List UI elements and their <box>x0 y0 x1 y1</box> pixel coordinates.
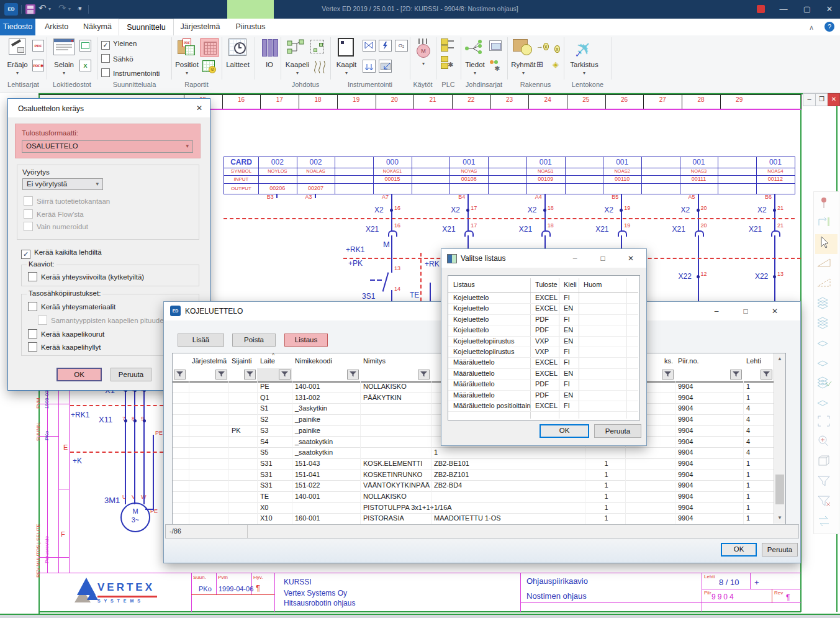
valitse-cancel-button[interactable]: Peruuta <box>594 424 641 438</box>
osa-close-icon[interactable]: ✕ <box>194 102 205 114</box>
osa-check-kaapelikourut[interactable]: Kerää kaapelikourut <box>28 329 104 339</box>
terminal-label: X21 <box>366 225 379 234</box>
valitse-ok-button[interactable]: OK <box>540 424 589 438</box>
osa-check-kaapelihyllyt[interactable]: Kerää kaapelihyllyt <box>28 342 101 352</box>
filter-remove-icon[interactable] <box>815 493 838 512</box>
select-cursor-icon[interactable] <box>815 234 838 254</box>
table-row[interactable]: TE140-001NOLLAKISKO199041 <box>173 491 774 503</box>
schematic-label: TE <box>410 291 419 299</box>
table-row[interactable]: S31151-041KOSKETINRUNKOZB2-BZ101199041 <box>173 470 774 481</box>
valitse-cell: VXP <box>535 336 558 347</box>
scroll-down-icon[interactable]: ▼ <box>775 514 785 522</box>
osa-vyorytys-combo[interactable]: Ei vyörytystä▾ <box>22 178 103 190</box>
drawing-element <box>292 513 292 524</box>
filter-funnel-icon[interactable] <box>347 370 359 379</box>
valitse-cell: FI <box>564 401 578 411</box>
osa-format-combo[interactable]: OSALUETTELO▾ <box>22 140 193 153</box>
drawing-restore-button[interactable]: ❐ <box>815 93 828 106</box>
osa-check-yhteysviivoilta[interactable]: Kerää yhteysviivoilta (kytketyiltä) <box>28 272 144 281</box>
valitse-column-header[interactable]: Tuloste <box>535 281 558 289</box>
scroll-thumb[interactable] <box>775 475 784 504</box>
valitse-table[interactable]: ListausTulosteKieliHuomKojeluetteloEXCEL… <box>448 275 640 420</box>
column-header-Nimitys[interactable]: Nimitys <box>363 357 429 366</box>
filter-funnel-icon[interactable] <box>244 370 256 379</box>
filter-funnel-icon[interactable] <box>279 370 291 379</box>
column-header-Järjestelmä[interactable]: Järjestelmä <box>192 357 227 366</box>
valitse-close-icon[interactable]: ✕ <box>621 252 640 265</box>
pin-icon[interactable] <box>815 194 838 214</box>
valitse-cell: PDF <box>535 325 558 335</box>
wire <box>391 235 392 273</box>
filter-funnel-icon[interactable] <box>662 370 674 379</box>
layers-icon[interactable] <box>815 294 838 314</box>
table-row[interactable]: S31151-043KOSK.ELEMENTTIZB2-BE101199041 <box>173 458 774 470</box>
zoom-in-icon[interactable] <box>815 433 838 453</box>
measure-triangle-icon[interactable] <box>815 254 838 274</box>
filter-funnel-icon[interactable] <box>730 370 742 379</box>
osa-cancel-button[interactable]: Peruuta <box>111 368 151 381</box>
drawing-element <box>360 437 361 448</box>
layers-check-icon[interactable] <box>815 373 838 393</box>
filter-funnel-icon[interactable] <box>174 370 186 379</box>
filter-funnel-icon[interactable] <box>215 370 227 379</box>
valitse-minimize-icon[interactable]: – <box>566 252 584 265</box>
drawing-element <box>189 425 189 437</box>
plc-pin-label: B3 <box>267 194 274 200</box>
layer-single-icon[interactable] <box>815 393 838 413</box>
valitse-column-header[interactable]: Huom <box>584 281 625 289</box>
scroll-up-icon[interactable]: ▲ <box>775 355 785 363</box>
koje-minimize-icon[interactable]: – <box>707 305 726 317</box>
drawing-minimize-button[interactable]: – <box>803 93 816 106</box>
column-header-Lehti[interactable]: Lehti <box>746 357 772 366</box>
list-item[interactable]: MääräluetteloEXCELEN <box>448 368 638 379</box>
table-row[interactable]: X0PISTOTULPPA 3x1+1+1/16A199041 <box>173 502 774 514</box>
osa-ok-button[interactable]: OK <box>56 368 102 381</box>
list-item[interactable]: MääräluetteloPDFFI <box>448 379 638 390</box>
koje-close-icon[interactable]: ✕ <box>765 305 784 317</box>
koje-ok-button[interactable]: OK <box>721 543 757 557</box>
list-item[interactable]: KojeluetteloPDFFI <box>448 314 638 325</box>
filter-icon[interactable] <box>815 473 838 493</box>
osa-check-yhteysmateriaalit[interactable]: Kerää yhteysmateriaalit <box>28 302 115 311</box>
drawing-close-button[interactable]: ✕ <box>828 93 840 106</box>
list-item[interactable]: KojeluettelopiirustusVXPEN <box>448 336 638 347</box>
filter-funnel-icon[interactable] <box>761 370 772 379</box>
plc-cell: 00110 <box>603 175 642 184</box>
measure-triangle-dashed-icon[interactable] <box>815 274 838 294</box>
valitse-maximize-icon[interactable]: □ <box>594 252 612 265</box>
list-item[interactable]: Määräluettelo positioittainEXCELFI <box>448 401 638 412</box>
koje-poista-button[interactable]: Poista <box>232 334 276 347</box>
list-item[interactable]: KojeluetteloEXCELEN <box>448 303 638 314</box>
vertical-scrollbar[interactable]: ▲▼ <box>774 353 785 524</box>
osa-check-kaikilta-lehdilta[interactable]: ✓Kerää kaikilta lehdiltä <box>21 248 102 259</box>
table-row[interactable]: S31151-022VÄÄNTÖKYTKINPÄÄZB2-BD4199041 <box>173 480 774 492</box>
list-item[interactable]: MääräluetteloPDFEN <box>448 390 638 401</box>
list-item[interactable]: KojeluetteloPDFEN <box>448 325 638 336</box>
column-header-Laite[interactable]: Laite <box>260 357 290 366</box>
table-row[interactable]: S5_saatokytkin199044 <box>173 447 774 459</box>
swap-arrows-icon[interactable] <box>815 512 838 532</box>
koje-listaus-button[interactable]: Listaus <box>284 334 328 347</box>
valitse-cell: EN <box>564 303 578 314</box>
column-header-Sijainti[interactable]: Sijainti <box>232 357 255 366</box>
layer-slant-icon[interactable] <box>815 353 838 373</box>
crop-region-icon[interactable] <box>815 413 838 433</box>
koje-cancel-button[interactable]: Peruuta <box>762 543 798 557</box>
table-row[interactable]: X10160-001PISTORASIAMAADOITETTU 1-OS1990… <box>173 513 774 525</box>
column-header-Piir.no.[interactable]: Piir.no. <box>678 357 741 366</box>
box-3d-icon[interactable] <box>815 453 838 473</box>
ruler-number: 23 <box>490 96 529 104</box>
filter-funnel-icon[interactable] <box>418 370 430 379</box>
column-header-Nimikekoodi[interactable]: Nimikekoodi <box>295 357 358 366</box>
valitse-column-header[interactable]: Kieli <box>564 281 577 289</box>
koje-maximize-icon[interactable]: □ <box>736 305 755 317</box>
valitse-column-header[interactable]: Listaus <box>453 281 529 289</box>
reroute-icon[interactable] <box>815 214 838 234</box>
koje-lisaa-button[interactable]: Lisää <box>178 334 224 347</box>
layer-flat-icon[interactable] <box>815 334 838 353</box>
list-item[interactable]: MääräluetteloEXCELFI <box>448 357 638 368</box>
layers-alt-icon[interactable] <box>815 314 838 334</box>
list-item[interactable]: KojeluetteloEXCELFI <box>448 293 638 304</box>
plc-cell <box>335 183 374 194</box>
list-item[interactable]: KojeluettelopiirustusVXPFI <box>448 347 638 358</box>
